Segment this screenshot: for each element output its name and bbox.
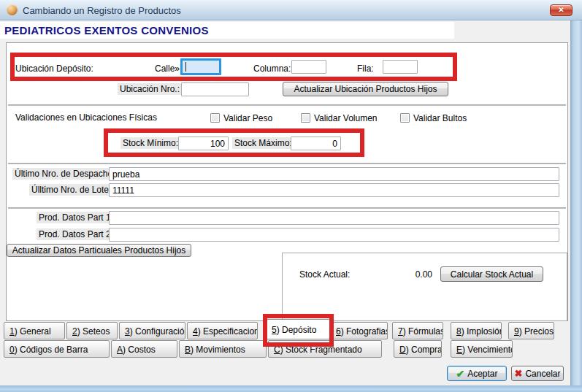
tab-accel: B [185,345,191,355]
tab-implosion[interactable]: 8) Implosión [451,322,502,339]
columna-label: Columna: [253,64,291,74]
divider [8,104,566,106]
cancelar-button[interactable]: ✖ Cancelar [511,366,564,381]
deposito-tab-page: Ubicación Depósito: Calle» Columna: Fila… [6,42,568,321]
calle-input[interactable] [180,58,221,75]
tab-accel: 2 [72,326,77,337]
stock-actual-label: Stock Actual: [299,269,350,280]
tab-fotografias[interactable]: 6) Fotografias [330,322,388,339]
record-header: PEDIATRICOS EXENTOS CONVENIOS [0,22,454,39]
stock-minimo-input[interactable] [178,137,229,150]
tab-accel: A [117,345,123,355]
tab-label: ) Costos [123,345,156,355]
tab-label: ) Especificaciones [198,326,258,337]
validar-bultos-checkbox[interactable] [400,113,410,123]
tab-label: ) Movimientos [191,345,245,355]
calcular-stock-button[interactable]: Calcular Stock Actual [440,266,543,282]
tab-label: ) Códigos de Barra [15,345,88,355]
close-icon: ✕ [551,5,572,15]
stock-actual-groupbox: Stock Actual: 0.00 Calcular Stock Actual [282,253,567,321]
title-bar: Cambiando un Registro de Productos ✕ [0,0,582,20]
validar-volumen-checkbox[interactable] [301,113,310,123]
window-frame-bottom [0,385,582,392]
divider [8,163,566,164]
tab-compras[interactable]: D) Compras [394,340,442,358]
fila-input[interactable] [383,60,418,74]
columna-input[interactable] [291,60,326,74]
validaciones-label: Validaciones en Ubicaciones Físicas [15,112,157,123]
tab-general[interactable]: 1) General [4,322,65,339]
tab-label: ) Fórmulas [403,326,443,337]
tab-vencimientos[interactable]: E) Vencimientos [451,340,513,358]
tab-accel: 8 [456,326,462,337]
prod-datos-1-input[interactable] [109,211,559,225]
fila-label: Fila: [357,64,374,74]
tab-accel: 0 [9,345,15,355]
ubicacion-deposito-label: Ubicación Depósito: [15,64,93,74]
ubicacion-nro-label: Ubicación Nro.: [118,83,182,95]
actualizar-ubicacion-button[interactable]: Actualizar Ubicación Productos Hijos [283,82,448,96]
tab-label: ) Vencimientos [462,345,513,355]
tab-movimientos[interactable]: B) Movimientos [179,340,267,358]
tab-accel: 4 [193,326,198,337]
record-title: PEDIATRICOS EXENTOS CONVENIOS [4,24,209,36]
dialog-window: Cambiando un Registro de Productos ✕ PED… [0,0,582,392]
check-icon: ✔ [456,369,464,379]
tab-stock-fragmentado[interactable]: C) Stock Fragmentado [268,340,382,358]
ubicacion-nro-input[interactable] [181,82,249,96]
tab-formulas[interactable]: 7) Fórmulas [392,322,443,339]
ultimo-lote-label: Úlltimo Nro. de Lote: [29,184,113,196]
prod-datos-2-label: Prod. Datos Part 2: [37,228,115,240]
tab-accel: 9 [514,326,519,337]
tab-accel: 6 [336,326,341,337]
tab-accel: E [456,345,462,355]
calle-label: Calle» [147,64,180,74]
tab-accel: 1 [9,326,15,337]
stock-maximo-label: Stock Máximo: [232,137,294,149]
cancelar-label: Cancelar [525,369,560,379]
tab-accel: D [399,345,406,355]
stock-actual-value: 0.00 [374,269,432,280]
app-icon [7,4,18,15]
tab-deposito-active[interactable]: 5) Depósito [266,319,330,339]
actualizar-datos-button[interactable]: Actualizar Datos Particuales Productos H… [7,244,191,257]
prod-datos-1-label: Prod. Datos Part 1: [37,212,115,223]
text-caret [185,62,186,72]
prod-datos-2-input[interactable] [109,228,559,242]
tab-costos[interactable]: A) Costos [111,340,177,358]
window-frame-right [570,0,582,392]
tab-accel: C [274,345,280,355]
stock-minimo-label: Stock Mínimo: [120,137,180,149]
tab-accel: 5 [272,325,277,335]
divider [8,207,566,209]
validar-volumen-label[interactable]: Validar Volumen [314,113,378,123]
validar-bultos-label[interactable]: Validar Bultos [413,113,467,123]
tab-precios[interactable]: 9) Precios [508,322,554,339]
tab-seteos[interactable]: 2) Seteos [66,322,118,339]
ultimo-despacho-input[interactable] [109,167,559,181]
aceptar-button[interactable]: ✔ Aceptar [447,366,507,381]
tab-configuracion[interactable]: 3) Configuración [119,322,185,339]
validar-peso-label[interactable]: Validar Peso [223,113,272,123]
tab-especificaciones[interactable]: 4) Especificaciones [187,322,258,339]
validar-peso-checkbox[interactable] [210,113,220,123]
tab-label: ) Compras [406,345,442,355]
close-button[interactable]: ✕ [550,4,573,16]
aceptar-label: Aceptar [467,369,497,379]
window-title: Cambiando un Registro de Productos [23,5,181,16]
tab-label: ) Fotografias [341,326,388,337]
tab-label: ) Seteos [77,326,110,337]
ultimo-despacho-label: Último Nro. de Despacho: [12,168,117,180]
tab-label: ) Stock Fragmentado [280,345,362,355]
tab-label: ) Depósito [277,325,317,335]
ultimo-lote-input[interactable] [109,183,559,197]
tab-accel: 3 [125,326,130,337]
tab-accel: 7 [398,326,403,337]
stock-maximo-input[interactable] [291,137,341,150]
tab-label: ) General [15,326,51,337]
tab-label: ) Implosión [462,326,502,337]
cross-icon: ✖ [515,369,523,378]
tab-label: ) Precios [519,326,554,337]
tab-codigos-de-barra[interactable]: 0) Códigos de Barra [4,340,110,358]
tab-label: ) Configuración [130,326,185,337]
